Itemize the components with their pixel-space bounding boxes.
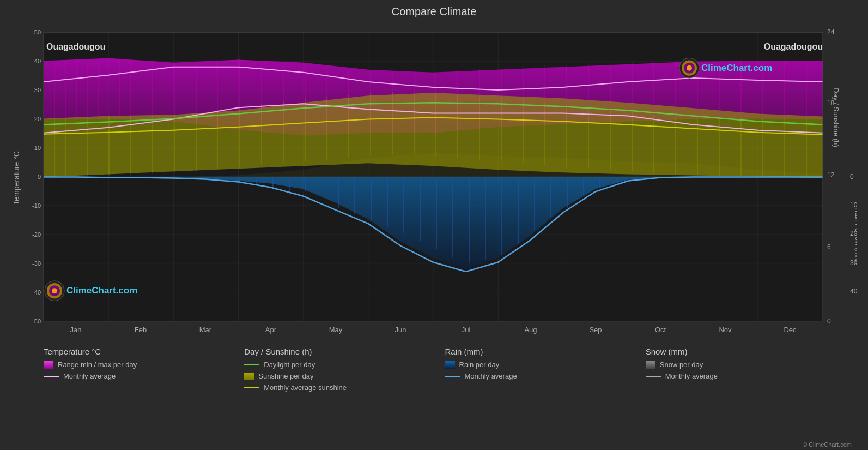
svg-text:ClimeChart.com: ClimeChart.com xyxy=(701,63,772,73)
svg-rect-32 xyxy=(371,178,372,221)
copyright: © ClimeChart.com xyxy=(11,441,857,450)
daylight-line-swatch xyxy=(244,364,259,365)
svg-text:Nov: Nov xyxy=(719,326,732,334)
svg-point-166 xyxy=(687,65,692,71)
svg-rect-35 xyxy=(420,178,421,241)
svg-rect-46 xyxy=(599,178,600,186)
sunshine-avg-swatch xyxy=(244,387,259,388)
legend-snow: Snow (mm) Snow per day Monthly average xyxy=(646,347,846,441)
svg-text:50: 50 xyxy=(34,29,41,35)
svg-text:24: 24 xyxy=(827,28,835,36)
svg-text:10: 10 xyxy=(34,145,41,151)
svg-rect-41 xyxy=(518,178,519,244)
svg-rect-44 xyxy=(567,178,568,208)
svg-rect-45 xyxy=(583,178,584,194)
legend-rain-avg: Monthly average xyxy=(445,372,646,380)
svg-text:0: 0 xyxy=(38,173,41,180)
legend-snow-avg-label: Monthly average xyxy=(665,372,718,380)
svg-text:-10: -10 xyxy=(32,202,41,209)
chart-title: Compare Climate xyxy=(11,5,857,18)
svg-rect-29 xyxy=(305,178,306,191)
legend-temperature: Temperature °C Range min / max per day M… xyxy=(44,347,244,441)
svg-rect-33 xyxy=(387,178,388,227)
svg-text:-30: -30 xyxy=(32,260,41,267)
legend-temp-range-label: Range min / max per day xyxy=(58,361,137,369)
legend-rain-avg-label: Monthly average xyxy=(465,372,517,380)
svg-text:20: 20 xyxy=(34,116,41,122)
legend-sunshine-avg-label: Monthly average sunshine xyxy=(264,383,347,392)
svg-text:30: 30 xyxy=(34,87,41,93)
svg-text:Dec: Dec xyxy=(784,326,797,334)
svg-text:Rain / Snow (mm): Rain / Snow (mm) xyxy=(854,207,857,265)
svg-rect-31 xyxy=(354,178,355,214)
svg-rect-38 xyxy=(469,178,470,263)
svg-rect-26 xyxy=(256,178,257,184)
svg-text:0: 0 xyxy=(827,317,831,325)
svg-text:ClimeChart.com: ClimeChart.com xyxy=(66,285,137,296)
svg-rect-34 xyxy=(403,178,404,233)
svg-text:-50: -50 xyxy=(32,318,41,325)
legend-sunshine-per-day-label: Sunshine per day xyxy=(258,372,313,380)
legend-temp-avg: Monthly average xyxy=(44,372,244,380)
legend-temp-title: Temperature °C xyxy=(44,347,244,356)
legend-snow-per-day: Snow per day xyxy=(646,361,846,369)
svg-text:40: 40 xyxy=(34,58,41,64)
svg-text:Mar: Mar xyxy=(199,326,212,334)
rain-swatch xyxy=(445,361,455,369)
svg-text:May: May xyxy=(329,326,343,334)
legend-snow-avg: Monthly average xyxy=(646,372,846,380)
svg-text:Day / Sunshine (h): Day / Sunshine (h) xyxy=(832,88,840,147)
svg-text:Jul: Jul xyxy=(462,326,471,334)
legend-rain-per-day-label: Rain per day xyxy=(459,361,500,369)
chart-area: 50 40 30 20 10 0 -10 -20 -30 -40 -50 24 … xyxy=(11,21,857,340)
svg-rect-39 xyxy=(485,178,486,259)
legend-rain: Rain (mm) Rain per day Monthly average xyxy=(445,347,646,441)
legend-daylight-label: Daylight per day xyxy=(264,361,315,369)
svg-rect-42 xyxy=(534,178,535,230)
svg-rect-47 xyxy=(616,178,617,182)
legend-rain-per-day: Rain per day xyxy=(445,361,646,369)
chart-svg: 50 40 30 20 10 0 -10 -20 -30 -40 -50 24 … xyxy=(11,21,857,340)
left-city-label: Ouagadougou xyxy=(46,41,105,51)
legend-daylight: Daylight per day xyxy=(244,361,445,369)
svg-text:Oct: Oct xyxy=(655,326,666,334)
svg-rect-30 xyxy=(338,178,339,208)
svg-text:Sep: Sep xyxy=(589,326,602,334)
svg-text:Aug: Aug xyxy=(524,326,537,334)
legend-sunshine-avg: Monthly average sunshine xyxy=(244,383,445,392)
legend-snow-per-day-label: Snow per day xyxy=(660,361,703,369)
svg-text:Jun: Jun xyxy=(395,326,406,334)
page-wrapper: Compare Climate xyxy=(0,0,868,450)
svg-rect-43 xyxy=(550,178,551,217)
svg-text:-20: -20 xyxy=(32,231,41,238)
svg-rect-36 xyxy=(436,178,437,249)
svg-text:6: 6 xyxy=(827,243,831,251)
rain-avg-swatch xyxy=(445,376,460,377)
legend-sunshine: Day / Sunshine (h) Daylight per day Suns… xyxy=(244,347,445,441)
legend-snow-title: Snow (mm) xyxy=(646,347,846,356)
svg-text:Apr: Apr xyxy=(265,326,277,334)
svg-text:12: 12 xyxy=(827,171,835,179)
svg-text:Temperature °C: Temperature °C xyxy=(12,151,21,205)
sunshine-swatch xyxy=(244,373,254,380)
svg-text:Jan: Jan xyxy=(70,326,82,334)
legend-temp-range: Range min / max per day xyxy=(44,361,244,369)
svg-rect-40 xyxy=(501,178,502,255)
legend-area: Temperature °C Range min / max per day M… xyxy=(11,340,857,441)
temp-range-swatch xyxy=(44,361,53,369)
right-city-label: Ouagadougou xyxy=(764,41,823,51)
legend-temp-avg-label: Monthly average xyxy=(63,372,116,380)
svg-text:0: 0 xyxy=(850,173,854,181)
svg-point-161 xyxy=(52,288,57,293)
legend-rain-title: Rain (mm) xyxy=(445,347,646,356)
svg-rect-37 xyxy=(452,178,453,257)
snow-swatch xyxy=(646,361,655,369)
legend-sunshine-title: Day / Sunshine (h) xyxy=(244,347,445,356)
temp-avg-line-swatch xyxy=(44,376,59,377)
legend-sunshine-per-day: Sunshine per day xyxy=(244,372,445,380)
svg-text:40: 40 xyxy=(850,287,857,295)
svg-text:Feb: Feb xyxy=(135,326,147,334)
snow-avg-swatch xyxy=(646,376,661,377)
svg-text:-40: -40 xyxy=(32,289,41,296)
